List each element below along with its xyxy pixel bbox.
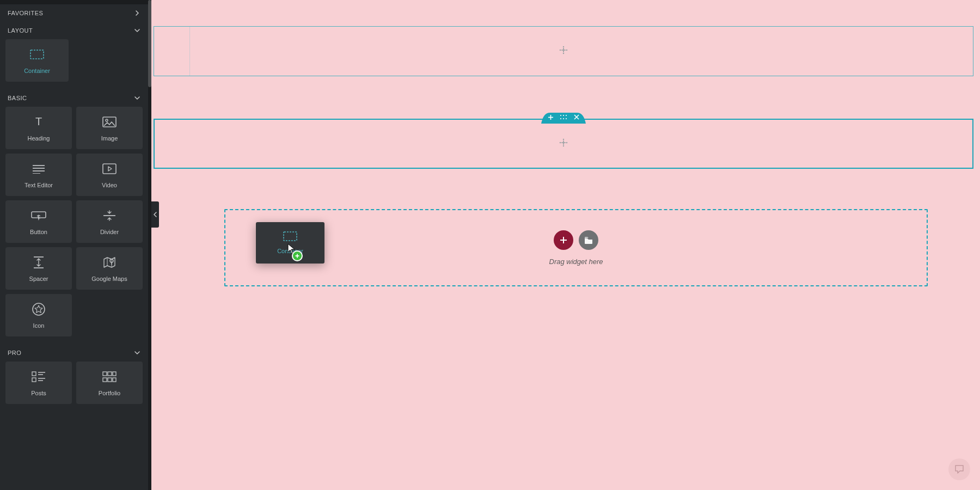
- widget-video[interactable]: Video: [76, 154, 143, 196]
- help-bubble[interactable]: [948, 458, 970, 480]
- widget-portfolio[interactable]: Portfolio: [76, 362, 143, 404]
- svg-rect-15: [32, 372, 36, 376]
- divider-icon: [102, 208, 117, 223]
- svg-point-44: [566, 142, 567, 143]
- widget-label: Video: [102, 182, 117, 188]
- template-library-button[interactable]: [579, 230, 598, 250]
- svg-point-38: [560, 118, 561, 119]
- svg-rect-23: [113, 372, 116, 376]
- widgets-panel: FAVORITES LAYOUT Container BASIC: [0, 0, 151, 490]
- add-section-button[interactable]: [554, 230, 573, 250]
- svg-point-27: [560, 50, 561, 51]
- section-add-button[interactable]: [547, 113, 554, 121]
- svg-rect-22: [108, 372, 112, 376]
- svg-point-45: [563, 139, 564, 140]
- spacer-icon: [33, 255, 45, 270]
- svg-point-37: [566, 115, 567, 116]
- svg-point-39: [563, 118, 564, 119]
- widget-button[interactable]: Button: [5, 200, 72, 243]
- widget-label: Posts: [31, 390, 46, 396]
- container-selected[interactable]: [154, 119, 973, 169]
- chevron-down-icon: [134, 27, 140, 34]
- widget-divider[interactable]: Divider: [76, 200, 143, 243]
- svg-rect-0: [30, 50, 44, 59]
- svg-rect-8: [103, 164, 116, 174]
- widget-icon[interactable]: Icon: [5, 294, 72, 336]
- section-header-basic[interactable]: BASIC: [0, 89, 148, 107]
- section-delete-button[interactable]: [573, 113, 580, 121]
- add-section-dropzone[interactable]: Drag widget here: [224, 209, 928, 286]
- section-header-pro[interactable]: PRO: [0, 344, 148, 362]
- widget-text-editor[interactable]: Text Editor: [5, 154, 72, 196]
- section-drag-handle[interactable]: [560, 113, 567, 121]
- widget-label: Button: [30, 229, 47, 235]
- svg-point-3: [106, 119, 108, 121]
- chevron-down-icon: [134, 95, 140, 101]
- svg-point-30: [563, 53, 564, 54]
- widget-image[interactable]: Image: [76, 107, 143, 149]
- svg-rect-25: [108, 378, 112, 382]
- editor-canvas[interactable]: Drag widget here Container: [151, 0, 980, 490]
- chevron-down-icon: [134, 350, 140, 356]
- svg-rect-26: [113, 378, 116, 382]
- container-icon: [30, 47, 44, 62]
- chevron-right-icon: [134, 10, 140, 16]
- image-icon: [102, 114, 117, 130]
- container-col-guide: [189, 26, 190, 76]
- widget-label: Spacer: [29, 275, 48, 282]
- section-label: LAYOUT: [8, 27, 33, 34]
- widget-label: Image: [101, 135, 118, 142]
- widget-label: Text Editor: [24, 182, 53, 188]
- portfolio-icon: [102, 369, 117, 384]
- svg-point-36: [563, 115, 564, 116]
- posts-icon: [32, 369, 46, 384]
- heading-icon: T: [32, 114, 46, 130]
- widget-label: Portfolio: [99, 390, 120, 396]
- video-icon: [102, 161, 117, 176]
- section-header-favorites[interactable]: FAVORITES: [0, 4, 148, 22]
- widget-container[interactable]: Container: [5, 39, 69, 82]
- section-label: FAVORITES: [8, 10, 43, 16]
- container-icon: [283, 231, 297, 243]
- button-icon: [31, 208, 46, 223]
- svg-rect-21: [103, 372, 107, 376]
- container-empty-1[interactable]: [154, 26, 973, 76]
- svg-point-43: [560, 142, 561, 143]
- widget-label: Google Maps: [91, 275, 127, 282]
- widget-label: Divider: [100, 229, 119, 235]
- widget-label: Heading: [28, 135, 50, 142]
- widget-spacer[interactable]: Spacer: [5, 247, 72, 290]
- svg-point-29: [563, 46, 564, 47]
- widget-label: Container: [24, 68, 50, 74]
- widget-heading[interactable]: T Heading: [5, 107, 72, 149]
- svg-point-35: [560, 115, 561, 116]
- widget-label: Icon: [33, 322, 45, 329]
- section-header-layout[interactable]: LAYOUT: [0, 22, 148, 39]
- svg-rect-51: [284, 232, 297, 241]
- svg-rect-24: [103, 378, 107, 382]
- widget-posts[interactable]: Posts: [5, 362, 72, 404]
- svg-point-28: [566, 50, 567, 51]
- text-editor-icon: [32, 161, 46, 176]
- widget-google-maps[interactable]: Google Maps: [76, 247, 143, 290]
- drag-ghost-container: Container: [256, 222, 324, 264]
- panel-top-strip: [0, 0, 148, 4]
- collapse-panel-handle[interactable]: [151, 201, 159, 228]
- star-icon: [32, 302, 46, 317]
- drop-allowed-badge: [292, 250, 303, 261]
- svg-point-40: [566, 118, 567, 119]
- plus-icon[interactable]: [559, 45, 568, 57]
- dropzone-hint: Drag widget here: [549, 258, 603, 266]
- svg-text:T: T: [35, 116, 42, 127]
- section-label: PRO: [8, 350, 21, 356]
- svg-point-14: [33, 303, 45, 315]
- section-label: BASIC: [8, 95, 27, 101]
- svg-point-46: [563, 145, 564, 146]
- svg-rect-16: [32, 378, 36, 382]
- plus-icon[interactable]: [559, 138, 568, 150]
- google-maps-icon: [103, 255, 116, 270]
